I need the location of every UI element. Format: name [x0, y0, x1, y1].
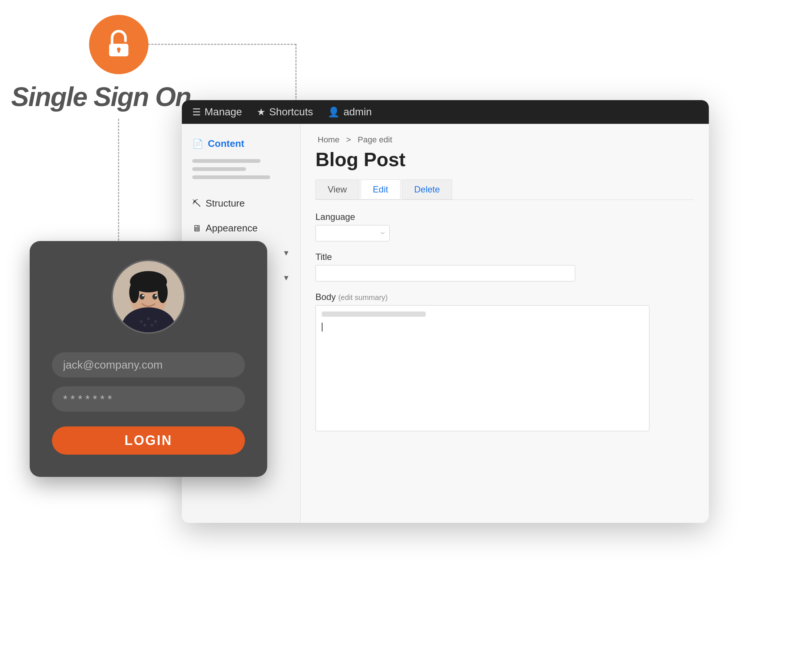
language-field: Language — [316, 212, 694, 241]
sidebar-item-content[interactable]: 📄 Content — [182, 131, 300, 156]
breadcrumb: Home > Page edit — [316, 135, 694, 145]
cms-navbar: ☰ Manage ★ Shortcuts 👤 admin — [182, 100, 709, 124]
sidebar-structure-label: Structure — [206, 198, 245, 209]
breadcrumb-home[interactable]: Home — [318, 135, 339, 144]
password-input[interactable] — [52, 386, 245, 412]
nav-manage[interactable]: ☰ Manage — [192, 106, 242, 118]
svg-point-10 — [139, 294, 144, 299]
nav-shortcuts[interactable]: ★ Shortcuts — [257, 106, 313, 118]
body-label: Body (edit summary) — [316, 292, 694, 302]
avatar-image — [113, 261, 184, 332]
title-label: Title — [316, 252, 694, 262]
svg-point-13 — [155, 295, 157, 297]
sidebar-item-structure[interactable]: ⛏ Structure — [182, 191, 300, 216]
lock-icon — [104, 30, 134, 59]
svg-point-11 — [152, 294, 157, 299]
content-line-2 — [192, 167, 246, 171]
nav-admin[interactable]: 👤 admin — [328, 106, 372, 118]
language-select[interactable] — [316, 225, 390, 241]
body-placeholder — [322, 312, 426, 317]
svg-rect-2 — [117, 50, 120, 53]
cms-main-content: Home > Page edit Blog Post View Edit Del… — [301, 124, 709, 523]
hamburger-icon: ☰ — [192, 106, 201, 118]
nav-admin-label: admin — [343, 106, 372, 118]
structure-icon: ⛏ — [192, 198, 201, 209]
sidebar-appearance-label: Appearence — [206, 223, 258, 234]
email-field-wrap — [52, 352, 245, 378]
body-field: Body (edit summary) — [316, 292, 694, 431]
breadcrumb-current[interactable]: Page edit — [358, 135, 392, 144]
content-line-3 — [192, 175, 270, 179]
svg-point-18 — [144, 324, 147, 327]
svg-point-8 — [129, 282, 139, 303]
svg-point-15 — [140, 320, 143, 323]
nav-manage-label: Manage — [205, 106, 242, 118]
sidebar-content-label: Content — [208, 138, 244, 150]
login-button[interactable]: LOGIN — [52, 427, 245, 455]
body-textarea-container[interactable] — [316, 305, 650, 431]
login-card: LOGIN — [30, 241, 267, 477]
nav-shortcuts-label: Shortcuts — [269, 106, 313, 118]
title-input[interactable] — [316, 265, 575, 282]
cms-tabs: View Edit Delete — [316, 180, 694, 200]
lock-icon-circle — [89, 15, 149, 74]
svg-point-9 — [158, 282, 168, 303]
appearance-icon: 🖥 — [192, 223, 201, 234]
avatar — [111, 260, 185, 334]
svg-point-16 — [147, 317, 150, 320]
chevron-down-icon: ▼ — [283, 249, 290, 257]
tab-delete[interactable]: Delete — [402, 180, 452, 199]
edit-summary-label: (edit summary) — [338, 293, 387, 302]
chevron-down-icon-2: ▼ — [283, 274, 290, 282]
body-label-text: Body — [316, 292, 336, 302]
sidebar-item-appearance[interactable]: 🖥 Appearence — [182, 216, 300, 241]
language-label: Language — [316, 212, 694, 222]
sso-label: Single Sign On — [11, 82, 191, 112]
sidebar-content-lines — [182, 156, 300, 191]
text-cursor — [322, 323, 322, 331]
svg-point-19 — [150, 324, 154, 327]
svg-point-12 — [142, 295, 144, 297]
tab-view[interactable]: View — [316, 180, 359, 199]
password-field-wrap — [52, 386, 245, 412]
email-input[interactable] — [52, 352, 245, 378]
star-icon: ★ — [257, 106, 265, 118]
title-field: Title — [316, 252, 694, 282]
content-icon: 📄 — [192, 139, 203, 149]
content-line-1 — [192, 159, 261, 163]
svg-point-17 — [154, 320, 157, 323]
page-title: Blog Post — [316, 148, 694, 171]
tab-edit[interactable]: Edit — [361, 180, 400, 199]
breadcrumb-separator: > — [346, 135, 351, 144]
user-icon: 👤 — [328, 106, 339, 118]
